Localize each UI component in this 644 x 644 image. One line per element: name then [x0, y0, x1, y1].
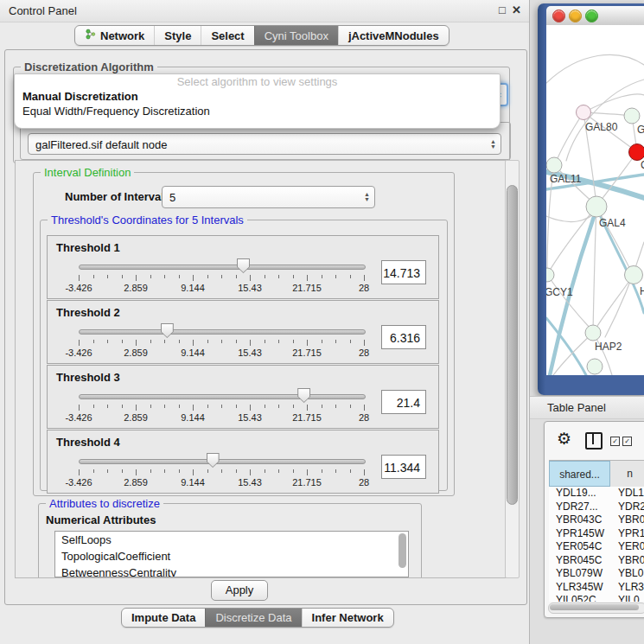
tab-infer-network[interactable]: Infer Network — [302, 609, 393, 627]
network-node-label: C — [641, 159, 644, 171]
select-all-checkbox-icon[interactable]: ✓ — [610, 437, 620, 446]
attribute-list-item[interactable]: SelfLoops — [55, 532, 408, 548]
tab-style[interactable]: Style — [154, 26, 201, 45]
slider-tick — [179, 340, 180, 343]
table-rows: YDL19...YDL1YDR27...YDR2YBR043CYBR0YPR14… — [549, 487, 644, 602]
gear-icon[interactable]: ⚙ — [557, 430, 571, 447]
slider-tick — [79, 469, 80, 475]
slider-track[interactable] — [79, 394, 366, 399]
network-node-c[interactable] — [629, 144, 644, 161]
float-window-icon[interactable]: □ — [499, 3, 506, 16]
threshold-value-field[interactable]: 6.316 — [381, 325, 426, 349]
cyni-toolbox-content: Discretization Algorithm ▲▼ Table Data g… — [4, 49, 527, 605]
threshold-value-field[interactable]: 21.4 — [381, 390, 426, 414]
network-canvas[interactable]: GAL80GACGAL11GAL4GCY1HHAP2 — [546, 25, 644, 375]
column-header[interactable]: shared... — [549, 461, 610, 487]
threshold-value-field[interactable]: 11.344 — [381, 455, 426, 479]
column-header[interactable]: n — [610, 461, 644, 487]
table-row[interactable]: YBL079WYBL0 — [549, 567, 644, 581]
slider-tick — [293, 405, 294, 408]
dropdown-option[interactable]: Equal Width/Frequency Discretization — [15, 104, 500, 118]
slider-thumb[interactable] — [161, 323, 174, 338]
slider-tick-label: 15.43 — [228, 348, 271, 358]
dropdown-prompt-option[interactable]: Select algorithm to view settings — [15, 74, 500, 89]
network-edge[interactable] — [605, 242, 644, 337]
threshold-value-field[interactable]: 14.713 — [381, 260, 426, 284]
slider-tick — [136, 405, 137, 411]
tab-network[interactable]: Network — [75, 26, 154, 45]
slider-tick — [278, 275, 279, 278]
network-edge[interactable] — [595, 275, 634, 330]
attribute-list-item[interactable]: TopologicalCoefficient — [55, 548, 408, 564]
tab-impute-data[interactable]: Impute Data — [122, 609, 205, 627]
table-row[interactable]: YDL19...YDL1 — [549, 487, 644, 501]
slider-track[interactable] — [79, 265, 366, 270]
slider-thumb[interactable] — [297, 388, 310, 403]
table-panel: ⚙ ✓ ✓ shared...n YDL19...YDL1YDR27...YDR… — [544, 421, 644, 618]
slider-tick — [364, 340, 365, 346]
numerical-attributes-list: SelfLoopsTopologicalCoefficientBetweenne… — [54, 531, 409, 577]
number-of-intervals-combobox[interactable]: 5 ▲▼ — [162, 186, 375, 208]
table-horizontal-scrollbar[interactable] — [548, 603, 644, 614]
slider-thumb[interactable] — [207, 453, 220, 468]
close-window-icon[interactable] — [552, 10, 565, 22]
apply-button[interactable]: Apply — [211, 580, 268, 601]
slider-tick — [250, 469, 251, 475]
network-node-gcy1[interactable] — [546, 268, 554, 282]
network-node-gal80[interactable] — [577, 105, 591, 120]
numerical-attributes-label: Numerical Attributes — [46, 513, 156, 526]
table-row[interactable]: YER054CYER0 — [549, 540, 644, 554]
tab-jactivemnodules[interactable]: jActiveMNodules — [338, 26, 449, 45]
slider-thumb[interactable] — [237, 258, 250, 273]
slider-track[interactable] — [79, 459, 366, 464]
tab-discretize-data[interactable]: Discretize Data — [205, 609, 301, 627]
table-row[interactable]: YLR345WYLR3 — [549, 581, 644, 595]
table-row[interactable]: YBR045CYBR0 — [549, 554, 644, 568]
network-edge[interactable] — [555, 112, 583, 164]
network-edge-highlighted[interactable] — [601, 217, 644, 313]
slider-tick — [322, 469, 322, 473]
zoom-window-icon[interactable] — [585, 10, 598, 22]
attribute-list-item[interactable]: BetweennessCentrality — [55, 564, 408, 577]
table-row[interactable]: YBR043CYBR0 — [549, 513, 644, 527]
slider-tick — [350, 275, 351, 278]
network-node-hap2[interactable] — [585, 325, 601, 341]
table-hscrollbar-thumb[interactable] — [550, 604, 639, 610]
network-node[interactable] — [587, 359, 603, 374]
settings-scrollbar[interactable] — [505, 160, 520, 578]
slider-track[interactable] — [79, 329, 366, 335]
deselect-all-checkbox-icon[interactable]: ✓ — [622, 437, 632, 446]
tab-cyni-toolbox[interactable]: Cyni Toolbox — [254, 26, 338, 45]
slider-tick-label: 2.859 — [114, 348, 157, 358]
slider-tick — [293, 275, 294, 278]
network-node-gal11[interactable] — [546, 157, 562, 173]
threshold-panel: Threshold 4-3.4262.8599.14415.4321.71528… — [47, 430, 439, 494]
network-edge[interactable] — [546, 54, 644, 83]
slider-tick-label: 28 — [342, 477, 386, 488]
table-row[interactable]: YPR145WYPR1 — [549, 527, 644, 541]
dropdown-option[interactable]: Manual Discretization — [15, 89, 500, 104]
network-node-h[interactable] — [625, 266, 643, 284]
slider-tick — [79, 275, 80, 281]
network-view-window: GAL80GACGAL11GAL4GCY1HHAP2 — [538, 3, 644, 395]
network-edge[interactable] — [593, 207, 596, 332]
interval-definition-group-label: Interval Definition — [41, 166, 134, 179]
table-panel-titlebar: Table Panel — [530, 396, 644, 419]
close-panel-icon[interactable]: ✕ — [512, 3, 521, 16]
list-scrollbar-thumb[interactable] — [399, 533, 406, 568]
slider-tick — [122, 275, 123, 278]
network-window-titlebar[interactable] — [546, 6, 644, 26]
slider-tick — [221, 340, 222, 343]
table-row[interactable]: YIL052CYIL0 — [549, 594, 644, 602]
slider-tick — [364, 469, 365, 475]
slider-tick — [236, 405, 237, 408]
table-row[interactable]: YDR27...YDR2 — [549, 501, 644, 514]
combo-arrows-icon: ▲▼ — [364, 192, 370, 202]
settings-scrollbar-thumb[interactable] — [507, 185, 518, 505]
minimize-window-icon[interactable] — [569, 10, 582, 22]
tab-select[interactable]: Select — [201, 26, 253, 45]
network-node-ga[interactable] — [624, 108, 640, 124]
table-data-combobox[interactable]: galFiltered.sif default node ▲▼ — [28, 133, 501, 155]
columns-icon[interactable] — [585, 432, 603, 450]
network-node-gal4[interactable] — [586, 196, 607, 217]
